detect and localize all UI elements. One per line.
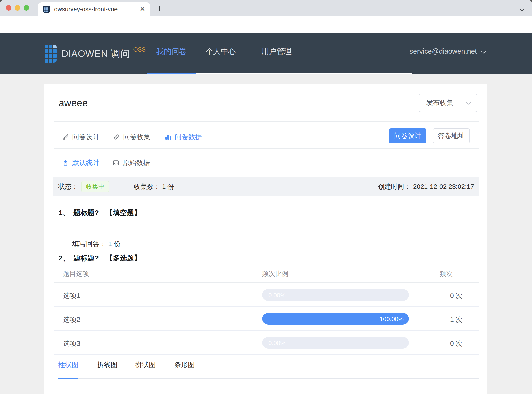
divider [54,121,479,122]
subtab-default-stats[interactable]: 默认统计 [62,157,100,169]
tab-label: 问卷收集 [123,132,150,142]
survey-title: aweee [59,98,88,109]
table-header-freq: 频次 [406,269,453,278]
traffic-light-minimize[interactable] [15,5,20,10]
bar-percent-label: 0.00% [268,339,286,347]
bar-track: 100.00% [262,313,409,325]
table-row: 选项2 100.00% 1 次 [54,307,479,331]
app-header: DIAOWEN 调问 OSS 我的问卷 个人中心 用户管理 service@di… [0,33,532,74]
favicon-icon [43,6,50,13]
account-email[interactable]: service@diaowen.net [410,47,477,55]
chart-tabs-underline-active [58,378,78,379]
chart-tab-line[interactable]: 拆线图 [97,360,117,370]
chart-tab-bar[interactable]: 柱状图 [58,360,79,370]
chart-tab-pie[interactable]: 拼状图 [135,360,156,370]
new-tab-button[interactable]: + [154,3,165,14]
count-value: 1 份 [162,182,174,191]
status-label: 状态： [59,182,78,191]
select-chevron-icon [466,102,471,105]
pencil-icon [62,133,69,141]
url-bar-row: localhost:8083/#/dw/survey/d/chart/c98fa… [0,16,532,33]
question-2-title: 2、题标题?【多选题】 [59,254,141,263]
bar-percent-label: 0.00% [268,292,286,299]
tab-close-icon[interactable]: ✕ [140,6,145,13]
option-label: 选项3 [63,339,80,348]
tab-survey-data[interactable]: 问卷数据 [165,131,202,143]
count-cell: 0 次 [416,339,463,348]
question-text: 题标题? [73,209,99,217]
subtab-raw-data[interactable]: 原始数据 [112,157,150,169]
inbox-icon [112,159,120,166]
created-label: 创建时间： [378,183,411,190]
brand-name: DIAOWEN 调问 [61,47,130,60]
tab-survey-collect[interactable]: 问卷收集 [113,131,150,143]
created-value: 2021-12-02 23:02:17 [413,183,474,190]
question-type: 【多选题】 [106,254,141,262]
count-label: 收集数： [134,182,160,191]
tag-icon [62,159,69,166]
account-chevron-icon[interactable] [480,50,487,54]
question-1-answer[interactable]: 填写回答：1 份 [72,239,121,249]
survey-card: aweee 发布收集 问卷设计 问卷收集 问卷数据 [44,84,487,394]
status-bar: 状态： 收集中 收集数： 1 份 创建时间：2021-12-02 23:02:1… [53,177,479,196]
question-1-title: 1、题标题?【填空题】 [59,208,141,218]
chart-tab-hbar[interactable]: 条形图 [174,360,195,370]
bar-track: 0.00% [262,337,409,348]
link-icon [113,133,120,141]
count-cell: 1 次 [416,315,463,324]
answer-label: 填写回答： [72,240,106,248]
subtab-label: 默认统计 [72,158,100,167]
tab-strip-chevron-icon[interactable] [519,8,525,12]
option-label: 选项1 [63,291,80,301]
browser-window: dwsurvey-oss-front-vue ✕ + localhost:808… [0,0,532,394]
publish-select-value: 发布收集 [426,98,453,108]
nav-item-personal-center[interactable]: 个人中心 [206,46,236,57]
traffic-light-close[interactable] [6,5,11,10]
question-number: 2、 [59,254,70,262]
traffic-light-zoom[interactable] [24,5,29,10]
nav-item-my-surveys[interactable]: 我的问卷 [156,46,186,57]
tab-label: 问卷数据 [175,132,202,142]
answer-value: 1 份 [108,240,121,248]
tab-label: 问卷设计 [72,132,100,142]
brand-badge: OSS [133,46,146,53]
nav-underline-active [147,73,196,74]
tab-survey-design[interactable]: 问卷设计 [62,131,100,143]
design-button[interactable]: 问卷设计 [389,128,426,143]
question-number: 1、 [59,209,70,217]
bar-track: 0.00% [262,289,409,301]
chart-tabs-underline-track [58,378,479,379]
question-type: 【填空题】 [106,209,141,217]
question-text: 题标题? [73,254,99,262]
publish-select[interactable]: 发布收集 [419,94,477,112]
table-header-option: 题目选项 [63,269,89,278]
brand-logo-icon [45,45,57,63]
table-header-ratio: 频次比例 [262,269,288,278]
bar-percent-label: 100.00% [379,316,404,323]
nav-item-user-management[interactable]: 用户管理 [261,46,292,57]
table-row: 选项3 0.00% 0 次 [54,331,479,355]
status-badge: 收集中 [81,181,109,192]
divider [54,148,479,149]
option-label: 选项2 [63,315,80,324]
browser-tab[interactable]: dwsurvey-oss-front-vue ✕ [38,2,150,16]
table-row: 选项1 0.00% 0 次 [54,283,479,307]
count-cell: 0 次 [416,291,463,301]
bar-chart-icon [165,133,172,141]
created-time: 创建时间：2021-12-02 23:02:17 [378,182,474,191]
subtab-label: 原始数据 [123,158,150,167]
tab-strip: dwsurvey-oss-front-vue ✕ + [0,0,532,16]
brand-logo[interactable]: DIAOWEN 调问 OSS [45,45,146,63]
tab-title: dwsurvey-oss-front-vue [54,6,140,13]
answer-url-button[interactable]: 答卷地址 [433,128,470,143]
